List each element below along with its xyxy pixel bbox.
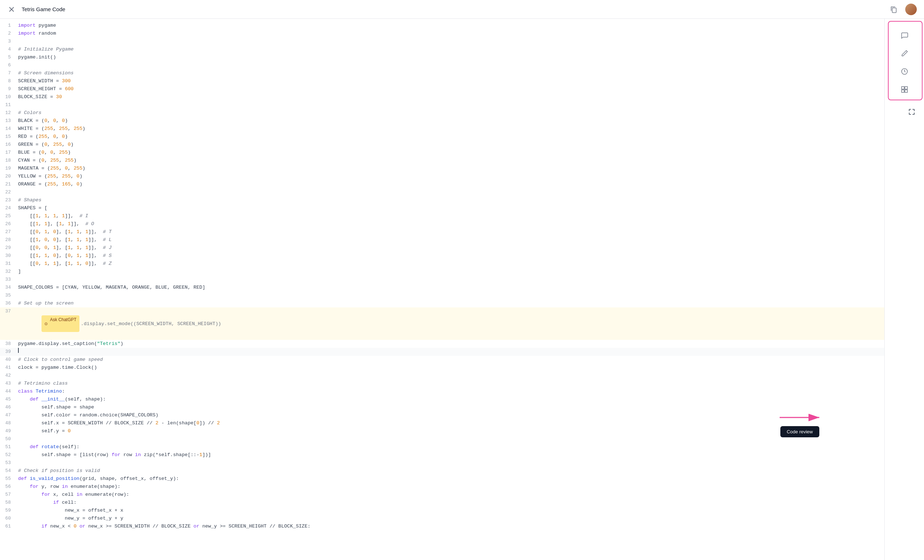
code-line: 44∨ class Tetrimino: bbox=[0, 388, 924, 395]
ask-chatgpt-line[interactable]: 37 ⊙ Ask ChatGPT .display.set_mode((SCRE… bbox=[0, 307, 924, 340]
window-title: Tetris Game Code bbox=[22, 6, 65, 12]
close-icon bbox=[9, 6, 14, 12]
code-line: 60 new_y = offset_y + y bbox=[0, 515, 924, 523]
editor-container: 1 import pygame 2 import random 3 4 # In… bbox=[0, 19, 924, 560]
history-icon-button[interactable] bbox=[897, 63, 912, 79]
code-line: 27 [[0, 1, 0], [1, 1, 1]], # T bbox=[0, 228, 924, 236]
code-line: 16 GREEN = (0, 255, 0) bbox=[0, 141, 924, 149]
code-line: 25 [[1, 1, 1, 1]], # I bbox=[0, 212, 924, 220]
code-line: 5 pygame.init() bbox=[0, 53, 924, 61]
user-avatar[interactable] bbox=[905, 4, 917, 15]
code-line: 2 import random bbox=[0, 30, 924, 37]
svg-rect-6 bbox=[902, 90, 904, 92]
code-line: 26 [[1, 1], [1, 1]], # O bbox=[0, 220, 924, 228]
close-button[interactable] bbox=[7, 5, 16, 14]
expand-icon-button[interactable] bbox=[904, 104, 920, 120]
code-line: 6 bbox=[0, 61, 924, 69]
code-review-button[interactable]: Code review bbox=[780, 426, 819, 437]
code-line: 20 YELLOW = (255, 255, 0) bbox=[0, 172, 924, 180]
code-line: 13 BLACK = (0, 0, 0) bbox=[0, 117, 924, 125]
code-line: 9 SCREEN_HEIGHT = 600 bbox=[0, 85, 924, 93]
code-line: 12 # Colors bbox=[0, 109, 924, 117]
avatar-image bbox=[905, 4, 917, 15]
code-line: 51∨ def rotate(self): bbox=[0, 443, 924, 451]
code-line: 22 bbox=[0, 188, 924, 196]
grid-icon-button[interactable] bbox=[897, 82, 912, 97]
code-line: 19 MAGENTA = (255, 0, 255) bbox=[0, 165, 924, 172]
code-line: 29 [[0, 0, 1], [1, 1, 1]], # J bbox=[0, 244, 924, 252]
code-line: 24∨ SHAPES = [ bbox=[0, 204, 924, 212]
code-line: 11 bbox=[0, 101, 924, 109]
chat-icon-button[interactable] bbox=[897, 27, 912, 43]
code-line: 46 self.shape = shape bbox=[0, 403, 924, 411]
code-line: 34 SHAPE_COLORS = [CYAN, YELLOW, MAGENTA… bbox=[0, 284, 924, 292]
title-bar-actions bbox=[888, 4, 917, 15]
code-line: 47 self.color = random.choice(SHAPE_COLO… bbox=[0, 411, 924, 419]
code-line: 55∨ def is_valid_position(grid, shape, o… bbox=[0, 475, 924, 483]
code-line: 14 WHITE = (255, 255, 255) bbox=[0, 125, 924, 133]
code-line: 41 clock = pygame.time.Clock() bbox=[0, 364, 924, 372]
code-line: 8 SCREEN_WIDTH = 300 bbox=[0, 77, 924, 85]
edit-icon-button[interactable] bbox=[897, 45, 912, 61]
code-line: 40 # Clock to control game speed bbox=[0, 356, 924, 364]
code-line: 35 bbox=[0, 292, 924, 299]
code-line: 38 pygame.display.set_caption("Tetris") bbox=[0, 340, 924, 348]
code-line: 23 # Shapes bbox=[0, 196, 924, 204]
code-line: 15 RED = (255, 0, 0) bbox=[0, 133, 924, 141]
svg-rect-2 bbox=[892, 8, 896, 13]
copy-button[interactable] bbox=[888, 4, 900, 15]
code-line: 1 import pygame bbox=[0, 22, 924, 30]
code-line: 4 # Initialize Pygame bbox=[0, 45, 924, 53]
code-line: 52 self.shape = [list(row) for row in zi… bbox=[0, 451, 924, 459]
code-line: 45∨ def __init__(self, shape): bbox=[0, 395, 924, 403]
code-line: 61∨ if new_x < 0 or new_x >= SCREEN_WIDT… bbox=[0, 523, 924, 530]
code-line: 36 # Set up the screen bbox=[0, 299, 924, 307]
code-line: 17 BLUE = (0, 0, 255) bbox=[0, 149, 924, 157]
code-line: 32 ] bbox=[0, 268, 924, 276]
code-line: 31 [[0, 1, 1], [1, 1, 0]], # Z bbox=[0, 260, 924, 268]
code-line: 58∨ if cell: bbox=[0, 499, 924, 507]
code-line: 18 CYAN = (0, 255, 255) bbox=[0, 157, 924, 165]
svg-rect-4 bbox=[902, 87, 904, 89]
code-line: 3 bbox=[0, 37, 924, 45]
code-line: 56∨ for y, row in enumerate(shape): bbox=[0, 483, 924, 491]
code-line: 7 # Screen dimensions bbox=[0, 69, 924, 77]
code-line: 10 BLOCK_SIZE = 30 bbox=[0, 93, 924, 101]
svg-rect-5 bbox=[905, 87, 908, 89]
sidebar-panel bbox=[884, 19, 924, 560]
code-line: 43 # Tetrimino class bbox=[0, 380, 924, 388]
code-line: 30 [[1, 1, 0], [0, 1, 1]], # S bbox=[0, 252, 924, 260]
code-line: 33 bbox=[0, 276, 924, 284]
code-line: 57∨ for x, cell in enumerate(row): bbox=[0, 491, 924, 499]
code-line: 28 [[1, 0, 0], [1, 1, 1]], # L bbox=[0, 236, 924, 244]
code-line: 53 bbox=[0, 459, 924, 467]
code-line: 59 new_x = offset_x + x bbox=[0, 507, 924, 515]
svg-rect-7 bbox=[905, 90, 908, 92]
title-bar: Tetris Game Code bbox=[0, 0, 924, 19]
code-line: 54 # Check if position is valid bbox=[0, 467, 924, 475]
code-line: 39 bbox=[0, 348, 924, 356]
code-editor[interactable]: 1 import pygame 2 import random 3 4 # In… bbox=[0, 19, 924, 560]
code-line: 21 ORANGE = (255, 165, 0) bbox=[0, 180, 924, 188]
code-line: 42 bbox=[0, 372, 924, 380]
